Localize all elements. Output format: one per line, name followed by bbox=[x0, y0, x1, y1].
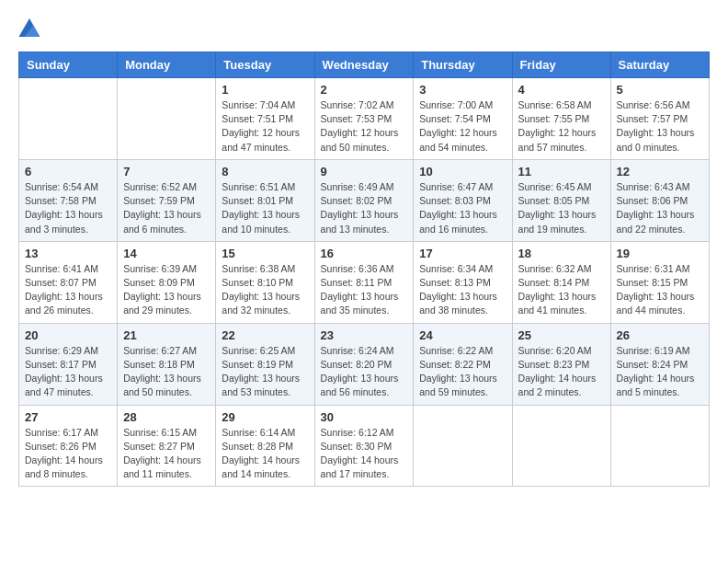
calendar-week-row: 27Sunrise: 6:17 AMSunset: 8:26 PMDayligh… bbox=[19, 405, 710, 487]
calendar-header-sunday: Sunday bbox=[19, 52, 118, 78]
day-number: 9 bbox=[321, 165, 408, 178]
day-number: 18 bbox=[518, 247, 605, 260]
calendar-cell: 17Sunrise: 6:34 AMSunset: 8:13 PMDayligh… bbox=[414, 241, 512, 323]
day-number: 20 bbox=[25, 328, 111, 342]
calendar-header-wednesday: Wednesday bbox=[314, 52, 414, 78]
calendar-cell: 18Sunrise: 6:32 AMSunset: 8:14 PMDayligh… bbox=[512, 241, 610, 323]
calendar-cell: 22Sunrise: 6:25 AMSunset: 8:19 PMDayligh… bbox=[216, 323, 314, 405]
day-number: 7 bbox=[123, 165, 210, 178]
day-number: 27 bbox=[25, 410, 111, 424]
day-number: 1 bbox=[222, 83, 308, 97]
day-info: Sunrise: 6:20 AMSunset: 8:23 PMDaylight:… bbox=[518, 344, 605, 400]
day-info: Sunrise: 6:43 AMSunset: 8:06 PMDaylight:… bbox=[617, 180, 703, 236]
logo-icon bbox=[18, 18, 40, 37]
calendar-cell bbox=[610, 405, 709, 487]
calendar-cell: 16Sunrise: 6:36 AMSunset: 8:11 PMDayligh… bbox=[314, 241, 414, 323]
calendar-cell: 9Sunrise: 6:49 AMSunset: 8:02 PMDaylight… bbox=[314, 159, 414, 241]
calendar-cell bbox=[118, 78, 216, 160]
calendar-cell: 19Sunrise: 6:31 AMSunset: 8:15 PMDayligh… bbox=[610, 241, 709, 323]
day-info: Sunrise: 6:51 AMSunset: 8:01 PMDaylight:… bbox=[222, 180, 308, 236]
calendar-cell: 4Sunrise: 6:58 AMSunset: 7:55 PMDaylight… bbox=[512, 78, 610, 160]
day-number: 10 bbox=[419, 165, 506, 178]
day-number: 3 bbox=[419, 83, 506, 97]
calendar-header-monday: Monday bbox=[118, 52, 216, 78]
calendar-cell: 10Sunrise: 6:47 AMSunset: 8:03 PMDayligh… bbox=[414, 159, 512, 241]
day-info: Sunrise: 6:22 AMSunset: 8:22 PMDaylight:… bbox=[419, 344, 506, 400]
day-info: Sunrise: 6:17 AMSunset: 8:26 PMDaylight:… bbox=[25, 426, 111, 482]
day-number: 23 bbox=[321, 328, 408, 342]
page-header bbox=[18, 18, 710, 37]
calendar-cell: 30Sunrise: 6:12 AMSunset: 8:30 PMDayligh… bbox=[314, 405, 414, 487]
day-number: 22 bbox=[222, 328, 308, 342]
day-info: Sunrise: 7:00 AMSunset: 7:54 PMDaylight:… bbox=[419, 98, 506, 155]
day-number: 24 bbox=[419, 328, 506, 342]
day-info: Sunrise: 7:04 AMSunset: 7:51 PMDaylight:… bbox=[222, 98, 308, 155]
calendar-cell: 3Sunrise: 7:00 AMSunset: 7:54 PMDaylight… bbox=[414, 78, 512, 160]
day-number: 4 bbox=[518, 83, 605, 97]
calendar-cell: 12Sunrise: 6:43 AMSunset: 8:06 PMDayligh… bbox=[610, 159, 709, 241]
calendar-header-saturday: Saturday bbox=[610, 52, 709, 78]
day-info: Sunrise: 7:02 AMSunset: 7:53 PMDaylight:… bbox=[321, 98, 408, 155]
day-info: Sunrise: 6:15 AMSunset: 8:27 PMDaylight:… bbox=[123, 426, 210, 482]
day-info: Sunrise: 6:32 AMSunset: 8:14 PMDaylight:… bbox=[518, 262, 605, 318]
calendar-week-row: 13Sunrise: 6:41 AMSunset: 8:07 PMDayligh… bbox=[19, 241, 710, 323]
day-info: Sunrise: 6:36 AMSunset: 8:11 PMDaylight:… bbox=[321, 262, 408, 318]
day-info: Sunrise: 6:19 AMSunset: 8:24 PMDaylight:… bbox=[617, 344, 703, 400]
day-info: Sunrise: 6:54 AMSunset: 7:58 PMDaylight:… bbox=[25, 180, 111, 236]
calendar-cell: 11Sunrise: 6:45 AMSunset: 8:05 PMDayligh… bbox=[512, 159, 610, 241]
day-info: Sunrise: 6:45 AMSunset: 8:05 PMDaylight:… bbox=[518, 180, 605, 236]
calendar-cell: 8Sunrise: 6:51 AMSunset: 8:01 PMDaylight… bbox=[216, 159, 314, 241]
calendar-cell: 2Sunrise: 7:02 AMSunset: 7:53 PMDaylight… bbox=[314, 78, 414, 160]
calendar-cell bbox=[19, 78, 118, 160]
calendar-cell: 24Sunrise: 6:22 AMSunset: 8:22 PMDayligh… bbox=[414, 323, 512, 405]
day-number: 8 bbox=[222, 165, 308, 178]
calendar-cell: 1Sunrise: 7:04 AMSunset: 7:51 PMDaylight… bbox=[216, 78, 314, 160]
calendar-header-tuesday: Tuesday bbox=[216, 52, 314, 78]
day-info: Sunrise: 6:34 AMSunset: 8:13 PMDaylight:… bbox=[419, 262, 506, 318]
calendar-cell bbox=[512, 405, 610, 487]
day-number: 26 bbox=[617, 328, 703, 342]
day-info: Sunrise: 6:12 AMSunset: 8:30 PMDaylight:… bbox=[321, 426, 408, 482]
day-info: Sunrise: 6:27 AMSunset: 8:18 PMDaylight:… bbox=[123, 344, 210, 400]
day-info: Sunrise: 6:25 AMSunset: 8:19 PMDaylight:… bbox=[222, 344, 308, 400]
day-number: 14 bbox=[123, 247, 210, 260]
calendar-cell: 28Sunrise: 6:15 AMSunset: 8:27 PMDayligh… bbox=[118, 405, 216, 487]
day-info: Sunrise: 6:38 AMSunset: 8:10 PMDaylight:… bbox=[222, 262, 308, 318]
day-info: Sunrise: 6:52 AMSunset: 7:59 PMDaylight:… bbox=[123, 180, 210, 236]
calendar-week-row: 20Sunrise: 6:29 AMSunset: 8:17 PMDayligh… bbox=[19, 323, 710, 405]
calendar-cell: 6Sunrise: 6:54 AMSunset: 7:58 PMDaylight… bbox=[19, 159, 118, 241]
day-info: Sunrise: 6:29 AMSunset: 8:17 PMDaylight:… bbox=[25, 344, 111, 400]
day-info: Sunrise: 6:41 AMSunset: 8:07 PMDaylight:… bbox=[25, 262, 111, 318]
day-number: 6 bbox=[25, 165, 111, 178]
day-number: 30 bbox=[321, 410, 408, 424]
day-info: Sunrise: 6:56 AMSunset: 7:57 PMDaylight:… bbox=[617, 98, 703, 155]
calendar-cell: 15Sunrise: 6:38 AMSunset: 8:10 PMDayligh… bbox=[216, 241, 314, 323]
logo bbox=[18, 18, 44, 37]
calendar-cell: 27Sunrise: 6:17 AMSunset: 8:26 PMDayligh… bbox=[19, 405, 118, 487]
calendar-header-thursday: Thursday bbox=[414, 52, 512, 78]
day-info: Sunrise: 6:47 AMSunset: 8:03 PMDaylight:… bbox=[419, 180, 506, 236]
calendar-cell: 14Sunrise: 6:39 AMSunset: 8:09 PMDayligh… bbox=[118, 241, 216, 323]
calendar-cell: 13Sunrise: 6:41 AMSunset: 8:07 PMDayligh… bbox=[19, 241, 118, 323]
day-number: 5 bbox=[617, 83, 703, 97]
day-number: 2 bbox=[321, 83, 408, 97]
day-info: Sunrise: 6:58 AMSunset: 7:55 PMDaylight:… bbox=[518, 98, 605, 155]
calendar-cell: 20Sunrise: 6:29 AMSunset: 8:17 PMDayligh… bbox=[19, 323, 118, 405]
day-number: 17 bbox=[419, 247, 506, 260]
calendar-header-friday: Friday bbox=[512, 52, 610, 78]
day-number: 13 bbox=[25, 247, 111, 260]
day-number: 19 bbox=[617, 247, 703, 260]
day-number: 15 bbox=[222, 247, 308, 260]
calendar-cell bbox=[414, 405, 512, 487]
calendar-cell: 5Sunrise: 6:56 AMSunset: 7:57 PMDaylight… bbox=[610, 78, 709, 160]
day-info: Sunrise: 6:31 AMSunset: 8:15 PMDaylight:… bbox=[617, 262, 703, 318]
calendar-week-row: 6Sunrise: 6:54 AMSunset: 7:58 PMDaylight… bbox=[19, 159, 710, 241]
day-number: 16 bbox=[321, 247, 408, 260]
calendar-cell: 26Sunrise: 6:19 AMSunset: 8:24 PMDayligh… bbox=[610, 323, 709, 405]
day-number: 12 bbox=[617, 165, 703, 178]
day-number: 25 bbox=[518, 328, 605, 342]
day-info: Sunrise: 6:49 AMSunset: 8:02 PMDaylight:… bbox=[321, 180, 408, 236]
calendar-cell: 21Sunrise: 6:27 AMSunset: 8:18 PMDayligh… bbox=[118, 323, 216, 405]
day-info: Sunrise: 6:14 AMSunset: 8:28 PMDaylight:… bbox=[222, 426, 308, 482]
calendar-header-row: SundayMondayTuesdayWednesdayThursdayFrid… bbox=[19, 52, 710, 78]
